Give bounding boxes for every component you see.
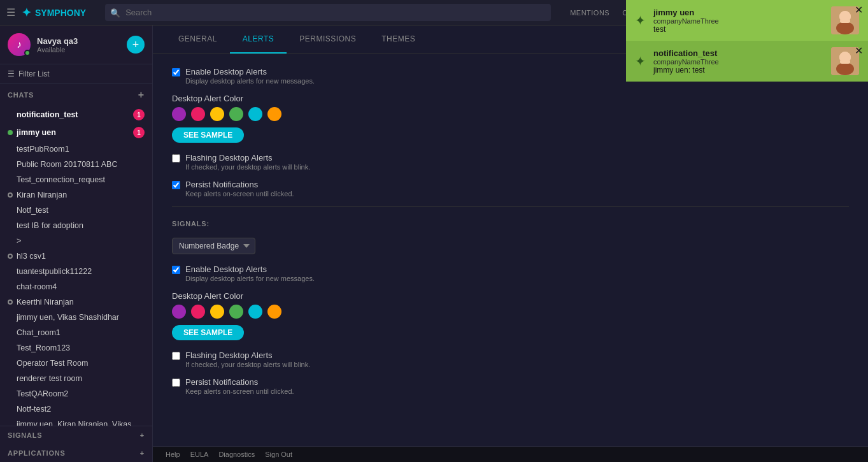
app-logo: ✦ SYMPHONY	[22, 6, 86, 20]
tab-themes[interactable]: THEMES	[369, 25, 428, 54]
sidebar-user: ♪ Navya qa3 Available +	[0, 25, 152, 64]
chat-item[interactable]: Keerthi Niranjan	[0, 294, 152, 310]
chats-label: CHATS	[8, 91, 34, 99]
signals-flashing-checkbox[interactable]	[172, 352, 180, 360]
signals-color-dot-cyan[interactable]	[248, 305, 262, 319]
color-dot-green[interactable]	[229, 107, 243, 121]
user-info: Navya qa3 Available	[37, 36, 120, 54]
notification-2[interactable]: ✦ notification_test companyNameThree jim…	[626, 41, 868, 82]
chat-item[interactable]: tuantestpublick11222	[0, 264, 152, 279]
applications-section[interactable]: APPLICATIONS +	[0, 444, 152, 462]
offline-dot	[8, 254, 13, 259]
chat-item[interactable]: Operator Test Room	[0, 356, 152, 371]
top-persist-label: Persist Notifications	[185, 180, 294, 189]
user-avatar-wrap: ♪	[8, 33, 31, 56]
chat-item-name: renderer test room	[17, 374, 145, 383]
signals-section-content: SIGNALS: Numbered Badge Dot None Enable …	[172, 220, 849, 395]
numbered-badge-dropdown[interactable]: Numbered Badge Dot None	[172, 238, 255, 254]
chat-item[interactable]: Kiran Niranjan	[0, 187, 152, 203]
notifications-overlay: ✦ jimmy uen companyNameThree test ✕ ✦ no…	[626, 0, 868, 82]
top-flashing-label: Flashing Desktop Alerts	[185, 153, 310, 162]
signals-color-dot-orange[interactable]	[267, 305, 281, 319]
chat-item[interactable]: jimmy uen1	[0, 124, 152, 141]
chat-item[interactable]: Chat_room1	[0, 325, 152, 340]
signals-enable-checkbox[interactable]	[172, 266, 180, 274]
tab-alerts[interactable]: ALERTS	[230, 25, 287, 54]
chat-item[interactable]: test IB for adoption	[0, 218, 152, 233]
signals-color-dot-pink[interactable]	[191, 305, 205, 319]
svg-point-7	[836, 62, 854, 75]
chat-item[interactable]: testPubRoom1	[0, 141, 152, 157]
top-color-dots	[172, 107, 849, 121]
chat-item-name: jimmy uen, Kiran Niranjan, Vikas ...	[17, 420, 145, 426]
signals-color-section: Desktop Alert Color SEE SAMPLE	[172, 291, 849, 350]
top-enable-checkbox[interactable]	[172, 68, 180, 76]
divider	[172, 206, 849, 207]
notif2-close-button[interactable]: ✕	[855, 45, 863, 57]
signals-section[interactable]: SIGNALS +	[0, 426, 152, 444]
top-see-sample-button[interactable]: SEE SAMPLE	[172, 127, 244, 143]
search-bar: 🔍	[105, 4, 551, 21]
footer-help[interactable]: Help	[166, 451, 180, 458]
filter-label: Filter List	[18, 69, 50, 78]
user-status: Available	[37, 46, 120, 54]
chat-item-name: hl3 csv1	[17, 252, 145, 261]
settings-content: Enable Desktop Alerts Display desktop al…	[153, 54, 868, 446]
signals-flashing-label: Flashing Desktop Alerts	[185, 350, 310, 360]
notif1-logo-icon: ✦	[635, 13, 646, 28]
chat-item-name: Test_connection_request	[17, 175, 145, 184]
signals-add-icon[interactable]: +	[140, 431, 145, 439]
chat-item[interactable]: chat-room4	[0, 279, 152, 294]
tab-general[interactable]: GENERAL	[166, 25, 230, 54]
chat-item-name: Operator Test Room	[17, 359, 145, 368]
signals-color-label: Desktop Alert Color	[172, 291, 849, 301]
footer-signout[interactable]: Sign Out	[265, 451, 292, 458]
color-dot-cyan[interactable]	[248, 107, 262, 121]
chat-item[interactable]: renderer test room	[0, 371, 152, 386]
color-dot-yellow[interactable]	[210, 107, 224, 121]
chat-item[interactable]: jimmy uen, Vikas Shashidhar	[0, 310, 152, 325]
footer-eula[interactable]: EULA	[190, 451, 209, 458]
chat-item[interactable]: hl3 csv1	[0, 249, 152, 264]
hamburger-icon[interactable]: ☰	[6, 6, 15, 18]
signals-color-dot-yellow[interactable]	[210, 305, 224, 319]
notif2-message: jimmy uen: test	[653, 66, 825, 75]
color-dot-pink[interactable]	[191, 107, 205, 121]
signals-see-sample-button[interactable]: SEE SAMPLE	[172, 325, 244, 340]
chat-item-name: test IB for adoption	[17, 221, 145, 230]
chat-item[interactable]: >	[0, 233, 152, 249]
chat-item[interactable]: Notf_test	[0, 203, 152, 218]
chat-item[interactable]: Notf-test2	[0, 401, 152, 417]
search-input[interactable]	[105, 4, 551, 21]
signals-persist-label: Persist Notifications	[185, 377, 294, 387]
notif2-logo-icon: ✦	[635, 54, 646, 69]
top-persist-checkbox[interactable]	[172, 181, 180, 189]
signals-color-dot-green[interactable]	[229, 305, 243, 319]
tab-permissions[interactable]: PERMISSIONS	[287, 25, 369, 54]
search-icon: 🔍	[110, 8, 120, 17]
top-enable-sublabel: Display desktop alerts for new messages.	[185, 77, 315, 85]
chat-item[interactable]: Public Room 20170811 ABC	[0, 157, 152, 172]
chat-item[interactable]: jimmy uen, Kiran Niranjan, Vikas ...	[0, 417, 152, 426]
nav-mentions[interactable]: MENTIONS	[570, 9, 609, 17]
chat-item-name: Chat_room1	[17, 328, 145, 337]
color-dot-orange[interactable]	[267, 107, 281, 121]
add-button[interactable]: +	[127, 36, 145, 54]
applications-add-icon[interactable]: +	[140, 449, 145, 457]
filter-list[interactable]: ☰ Filter List	[0, 64, 152, 84]
chat-item-name: Kiran Niranjan	[17, 191, 145, 199]
signals-persist-checkbox[interactable]	[172, 379, 180, 387]
chat-item[interactable]: Test_connection_request	[0, 172, 152, 187]
chat-item[interactable]: notification_test1	[0, 106, 152, 124]
color-dot-purple[interactable]	[172, 107, 186, 121]
footer-diagnostics[interactable]: Diagnostics	[218, 451, 255, 458]
chat-item[interactable]: Test_Room123	[0, 340, 152, 356]
signals-enable-sublabel: Display desktop alerts for new messages.	[185, 275, 315, 282]
notification-1[interactable]: ✦ jimmy uen companyNameThree test ✕	[626, 0, 868, 41]
online-dot	[8, 130, 13, 135]
signals-color-dot-purple[interactable]	[172, 305, 186, 319]
chats-add-icon[interactable]: +	[138, 89, 145, 101]
notif1-close-button[interactable]: ✕	[855, 4, 863, 16]
chat-item[interactable]: TestQARoom2	[0, 386, 152, 401]
top-flashing-checkbox[interactable]	[172, 154, 180, 162]
